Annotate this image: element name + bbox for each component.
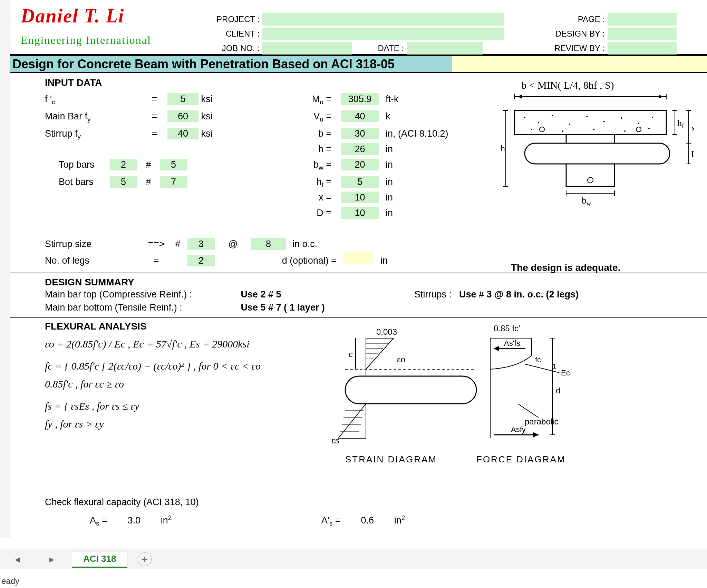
formula-line-2a: fc = { 0.85f'c [ 2(εc/εo) − (εc/εo)² ] ,… [45,360,328,372]
beam-section-diagram: b < MIN( L/4, 8hf , S) [501,79,694,217]
h-unit: in [386,144,393,154]
title-spacer [452,55,707,73]
design-adequate-text: The design is adequate. [511,262,620,273]
arrow: ==> [144,239,168,249]
svg-point-15 [593,129,594,130]
Vu-unit: k [386,111,390,121]
bw-unit: in [386,159,393,170]
D-unit: in [386,208,393,218]
b-label: b = [300,128,331,139]
x-input[interactable]: 10 [341,192,379,203]
at: @ [217,239,249,249]
flexural-formulas: εo = 2(0.85f'c) / Ec , Ec = 57√f'c , Es … [45,338,328,476]
beam-section-svg: h hf x D bw [501,90,694,217]
project-input[interactable] [262,13,504,26]
Vu-input[interactable]: 40 [341,110,379,122]
date-input[interactable] [407,42,483,55]
botbars-n-input[interactable]: 5 [110,176,137,188]
svg-text:bw: bw [582,195,591,207]
summary-stirrups-val: Use # 3 @ 8 in. o.c. (2 legs) [459,289,579,300]
stirrup-size-input[interactable]: 3 [187,238,215,250]
svg-marker-56 [494,346,499,351]
formula-line-3a: fs = { εsEs , for εs ≤ εy [45,400,328,412]
As-label: As = [90,515,107,526]
diagram-note: b < MIN( L/4, 8hf , S) [521,79,614,91]
design-summary: DESIGN SUMMARY Main bar top (Compressive… [10,275,707,315]
legs-input[interactable]: 2 [187,255,215,266]
sheet-tab-active[interactable]: ACI 318 [72,551,127,568]
mainbar-fy-input[interactable]: 60 [167,110,198,122]
x-label: x = [300,192,331,203]
legs-label: No. of legs [45,255,142,266]
plus-icon: ＋ [139,552,150,566]
Aps-label: A's = [321,515,341,526]
fc-label: f 'c [45,94,142,106]
nav-first-icon[interactable]: ◂ [15,553,20,565]
formula-line-2b: 0.85f'c , for εc ≥ εo [45,378,328,390]
sheet-nav-arrows[interactable]: ◂ ▸ [0,553,69,565]
svg-text:Ec: Ec [561,369,570,377]
bw-input[interactable]: 20 [341,159,379,170]
topbars-size-input[interactable]: 5 [160,159,187,170]
Aps-unit: in2 [394,515,405,526]
h-input[interactable]: 26 [341,143,379,155]
formula-line-3b: fy , for εs > εy [45,418,328,430]
Mu-unit: ft-k [386,94,399,104]
mainbar-fy-label: Main Bar fy [45,111,142,123]
svg-marker-45 [338,404,366,438]
topbars-label: Top bars [59,159,107,170]
add-sheet-button[interactable]: ＋ [138,552,152,566]
svg-marker-1 [518,95,522,99]
stirrup-size-label: Stirrup size [45,239,142,249]
svg-text:0.85 fc': 0.85 fc' [494,324,520,333]
hf-input[interactable]: 5 [341,176,379,188]
jobno-input[interactable] [262,42,352,55]
stirrup-fy-input[interactable]: 40 [167,128,198,139]
svg-marker-2 [659,95,663,99]
svg-point-18 [540,127,544,132]
client-input[interactable] [262,28,504,40]
svg-line-64 [518,404,539,418]
svg-text:parabolic: parabolic [525,417,558,426]
svg-text:c: c [349,350,353,359]
As-unit: in2 [161,515,172,526]
svg-point-9 [603,121,605,122]
fc-input[interactable]: 5 [167,93,198,105]
b-unit: in, (ACI 8.10.2) [386,128,448,139]
fc-unit: ksi [201,94,229,105]
spreadsheet-page: Daniel T. Li Engineering International P… [0,0,707,588]
svg-point-5 [538,122,539,123]
botbars-size-input[interactable]: 7 [160,176,187,188]
botbars-label: Bot bars [59,177,107,187]
Mu-input[interactable]: 305.9 [341,93,379,105]
d-opt-input[interactable] [343,252,374,264]
Vu-label: Vu = [300,111,331,123]
divider-2 [10,317,707,318]
mainbar-fy-unit: ksi [201,111,229,122]
d-opt-unit: in [380,255,388,266]
summary-top-label: Main bar top (Compressive Reinf.) : [45,289,238,300]
hf-label: hf = [300,177,331,189]
stirrup-spacing-input[interactable]: 8 [251,238,286,250]
nav-last-icon[interactable]: ▸ [49,553,54,565]
page-title: Design for Concrete Beam with Penetratio… [10,55,452,73]
svg-point-12 [652,117,653,118]
svg-point-22 [588,177,593,183]
divider-1 [10,273,707,273]
svg-text:Asfy: Asfy [511,425,526,434]
topbars-n-input[interactable]: 2 [110,159,137,170]
svg-text:εs: εs [331,436,339,445]
formula-line-1: εo = 2(0.85f'c) / Ec , Ec = 57√f'c , Es … [45,338,328,350]
b-input[interactable]: 30 [341,128,379,139]
svg-point-10 [621,117,622,119]
row-headers [0,0,10,538]
designby-input[interactable] [608,28,677,40]
page-input[interactable] [608,13,677,26]
reviewby-input[interactable] [608,42,677,55]
svg-point-19 [636,127,641,132]
jobno-label: JOB NO. : [204,43,262,53]
x-unit: in [386,192,393,203]
D-input[interactable]: 10 [341,207,379,219]
stirrup-fy-unit: ksi [201,128,229,139]
svg-text:εo: εo [397,355,405,364]
